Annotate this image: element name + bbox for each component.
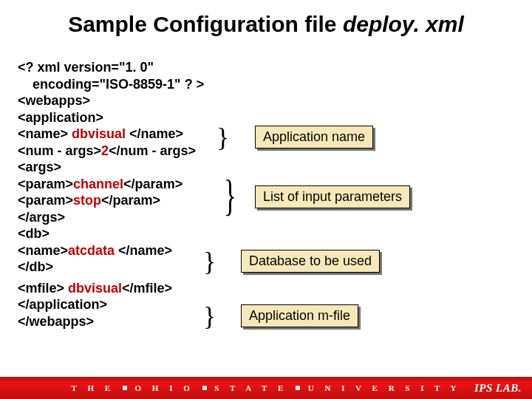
callout-app-name: Application name <box>255 126 373 149</box>
code-line: <db> <box>18 225 239 242</box>
footer: T H E O H I O S T A T E U N I V E R S I … <box>0 377 532 399</box>
callout-database: Database to be used <box>241 250 380 273</box>
code-line: <application> <box>18 109 239 126</box>
mfile-value: dbvisual <box>68 281 122 296</box>
brace-icon: } <box>224 173 236 217</box>
code-line: encoding="ISO-8859-1" ? > <box>18 76 239 93</box>
title-filename: deploy. xml <box>343 12 464 36</box>
separator-icon <box>296 386 300 390</box>
slide-title: Sample Configuration file deploy. xml <box>0 12 532 37</box>
title-prefix: Sample Configuration file <box>68 12 343 36</box>
brace-icon: } <box>216 124 229 151</box>
db-name-value: atcdata <box>68 243 115 258</box>
code-line: <param>channel</param> <box>18 176 239 193</box>
brace-icon: } <box>203 248 216 275</box>
slide: Sample Configuration file deploy. xml <?… <box>0 0 532 399</box>
param-value: channel <box>73 177 123 191</box>
separator-icon <box>202 386 207 390</box>
code-line: <param>stop</param> <box>18 192 239 209</box>
code-line: <name> dbvisual </name> <box>18 126 239 143</box>
app-name-value: dbvisual <box>72 126 126 141</box>
callout-input-params: List of input parameters <box>255 185 410 208</box>
callout-mfile: Application m-file <box>241 304 358 327</box>
code-line: <args> <box>18 159 239 176</box>
footer-lab: IPS LAB. <box>474 382 522 395</box>
code-line: <webapps> <box>18 92 239 109</box>
param-value: stop <box>73 193 101 208</box>
code-line: <? xml version="1. 0" <box>18 59 239 76</box>
code-line: </args> <box>18 209 239 226</box>
brace-icon: } <box>203 303 216 330</box>
code-line: <num - args>2</num - args> <box>18 143 239 160</box>
xml-code-block: <? xml version="1. 0" encoding="ISO-8859… <box>18 59 239 330</box>
separator-icon <box>123 386 127 390</box>
footer-university: T H E O H I O S T A T E U N I V E R S I … <box>0 383 532 392</box>
num-args-value: 2 <box>101 143 109 158</box>
code-line: <mfile> dbvisual</mfile> <box>18 280 239 297</box>
